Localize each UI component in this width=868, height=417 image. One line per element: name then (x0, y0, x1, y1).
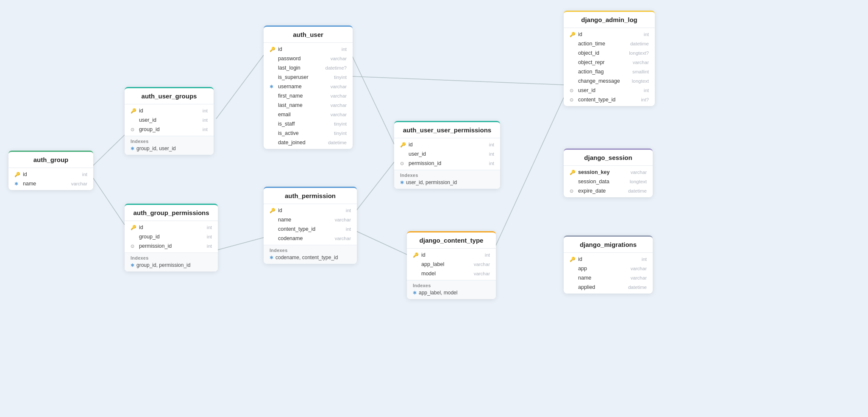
field-type: varchar (474, 262, 490, 267)
field-row: is_staff tinyint (264, 119, 353, 129)
indexes-section: Indexes ✱ app_label, model (407, 280, 496, 299)
field-type: int (207, 225, 212, 230)
field-name: id (278, 207, 342, 213)
field-name: first_name (278, 93, 327, 99)
diagram-canvas: auth_user 🔑 id int password varchar last… (0, 0, 868, 417)
field-name: is_staff (278, 121, 331, 127)
field-row: 🔑 id int (125, 106, 214, 115)
field-row: is_active tinyint (264, 129, 353, 138)
field-name: last_name (278, 102, 327, 108)
field-row: ✱ name varchar (8, 179, 93, 188)
indexes-section: Indexes ✱ group_id, user_id (125, 136, 214, 155)
table-title-auth-user-user-permissions: auth_user_user_permissions (394, 122, 500, 138)
field-name: id (409, 142, 486, 148)
field-name: codename (278, 235, 331, 241)
field-name: id (23, 171, 79, 177)
index-row: ✱ app_label, model (413, 290, 490, 296)
field-type: int? (641, 97, 649, 102)
field-name: id (139, 224, 203, 230)
field-row: applied datetime (564, 283, 653, 292)
field-type: longtext? (629, 50, 649, 56)
svg-line-3 (352, 162, 394, 216)
svg-line-5 (93, 178, 125, 225)
index-row: ✱ group_id, permission_id (131, 262, 212, 268)
field-type: varchar (331, 103, 347, 108)
field-type: varchar (71, 181, 87, 186)
field-name: id (578, 31, 640, 37)
index-row: ✱ codename, content_type_id (270, 255, 351, 260)
field-type: longtext (632, 78, 649, 84)
key-icon: 🔑 (131, 225, 137, 230)
field-type: varchar (335, 236, 351, 241)
table-title-auth-group-permissions: auth_group_permissions (125, 205, 218, 221)
field-row: user_id int (125, 115, 214, 125)
table-title-auth-permission: auth_permission (264, 188, 357, 204)
field-name: user_id (139, 117, 199, 123)
field-type: varchar (631, 170, 647, 175)
key-icon: 🔑 (131, 108, 137, 114)
field-type: int (203, 127, 208, 132)
field-row: password varchar (264, 54, 353, 63)
field-type: datetime? (325, 65, 347, 70)
index-icon: ✱ (413, 290, 417, 296)
key-icon: 🔑 (270, 208, 276, 213)
field-row: ⊙ content_type_id int? (564, 95, 655, 104)
field-type: int (485, 252, 490, 257)
unique-icon: ✱ (14, 181, 21, 187)
index-name: codename, content_type_id (275, 255, 338, 260)
field-row: name varchar (264, 215, 357, 224)
field-type: varchar (631, 275, 647, 280)
field-type: int (489, 161, 494, 166)
svg-line-1 (93, 135, 125, 165)
field-type: varchar (331, 112, 347, 117)
key-icon: 🔑 (570, 32, 576, 37)
fk-icon: ⊙ (131, 243, 137, 249)
field-name: email (278, 112, 327, 118)
field-name: permission_id (139, 243, 203, 249)
svg-line-6 (352, 229, 407, 255)
field-row: model varchar (407, 269, 496, 278)
field-name: app_label (421, 261, 470, 267)
field-row: 🔑 id int (407, 250, 496, 260)
field-name: session_key (578, 169, 627, 175)
indexes-label: Indexes (400, 173, 494, 178)
index-icon: ✱ (270, 255, 273, 260)
index-row: ✱ group_id, user_id (131, 146, 208, 151)
field-type: int (342, 47, 347, 52)
index-icon: ✱ (131, 146, 134, 151)
field-row: name varchar (564, 273, 653, 283)
field-type: varchar (335, 217, 351, 222)
field-row: ⊙ user_id int (564, 86, 655, 95)
field-name: app (578, 266, 627, 271)
svg-line-7 (352, 76, 564, 85)
field-name: last_login (278, 65, 322, 71)
field-name: action_flag (578, 69, 629, 75)
key-icon: 🔑 (570, 257, 576, 262)
table-title-django-session: django_session (564, 150, 653, 166)
field-name: id (139, 108, 199, 114)
field-row: last_login datetime? (264, 63, 353, 73)
fk-icon: ⊙ (570, 88, 576, 93)
table-auth-permission: auth_permission 🔑 id int name varchar co… (264, 187, 357, 264)
field-name: expire_date (578, 188, 625, 194)
field-type: varchar (331, 56, 347, 61)
field-type: int (489, 142, 494, 147)
field-row: object_repr varchar (564, 58, 655, 67)
field-row: action_flag smallint (564, 67, 655, 76)
field-name: is_active (278, 130, 331, 136)
field-row: content_type_id int (264, 224, 357, 234)
field-name: object_repr (578, 59, 629, 65)
fk-icon: ⊙ (131, 127, 137, 132)
field-name: content_type_id (278, 226, 342, 232)
field-row: email varchar (264, 110, 353, 119)
field-type: tinyint (334, 75, 347, 80)
field-type: varchar (631, 266, 647, 271)
index-icon: ✱ (131, 263, 134, 268)
table-title-django-admin-log: django_admin_log (564, 12, 655, 28)
field-row: date_joined datetime (264, 138, 353, 147)
unique-icon: ✱ (270, 84, 276, 90)
field-type: varchar (331, 93, 347, 98)
table-django-session: django_session 🔑 session_key varchar ses… (564, 148, 653, 197)
field-type: int (642, 257, 647, 262)
field-name: session_data (578, 179, 626, 185)
